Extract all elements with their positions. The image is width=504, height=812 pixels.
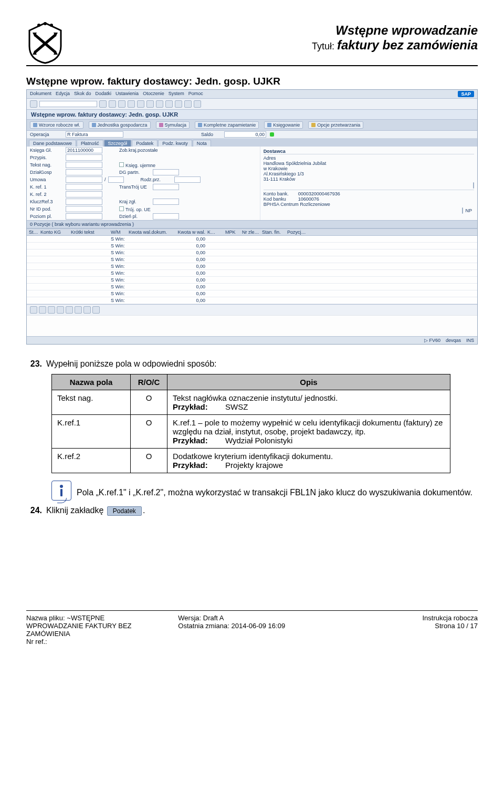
bottom-btn[interactable] bbox=[75, 306, 82, 314]
np-chip[interactable]: NP bbox=[463, 208, 474, 213]
menu-item[interactable]: Edycja bbox=[56, 91, 70, 97]
logo-crest bbox=[26, 21, 64, 64]
toolbar-btn[interactable] bbox=[30, 100, 37, 108]
toolbar-btn[interactable] bbox=[109, 100, 116, 108]
footer-doctype: Instrukcja robocza bbox=[330, 614, 478, 622]
field-input[interactable] bbox=[66, 176, 102, 183]
toolbar-input[interactable] bbox=[39, 101, 97, 107]
header-tytul-label: Tytuł: bbox=[312, 41, 334, 51]
dostawca-header: Dostawca bbox=[264, 149, 474, 154]
field-input[interactable] bbox=[66, 169, 102, 175]
field-label: DziałGosp bbox=[30, 170, 64, 175]
bottom-btn[interactable] bbox=[39, 306, 46, 314]
addr-line: Adres bbox=[264, 155, 474, 161]
bottom-btn[interactable] bbox=[66, 306, 73, 314]
cell: Dodatkowe kryterium identyfikacji dokume… bbox=[167, 449, 450, 473]
toolbar-btn[interactable] bbox=[175, 100, 182, 108]
sap-screenshot: Dokument Edycja Skok do Dodatki Ustawien… bbox=[26, 89, 478, 345]
field-label: Księga Gł. bbox=[30, 148, 64, 153]
menu-item[interactable]: Skok do bbox=[74, 91, 91, 97]
toolbar-btn[interactable] bbox=[184, 100, 192, 108]
field-input[interactable] bbox=[66, 184, 102, 190]
bottom-btn[interactable] bbox=[30, 306, 37, 314]
field-input[interactable]: 2011100000 bbox=[66, 147, 102, 153]
toolbar-btn[interactable] bbox=[128, 100, 135, 108]
toolbar-btn[interactable] bbox=[99, 100, 107, 108]
appbar-btn[interactable]: Opcje przetwarzania bbox=[308, 121, 363, 129]
bottom-btn[interactable] bbox=[83, 306, 91, 314]
cell: K.ref.2 bbox=[52, 449, 131, 473]
field-table: Nazwa pola R/O/C Opis Tekst nag. O Tekst… bbox=[51, 374, 450, 473]
toolbar-btn[interactable] bbox=[194, 100, 201, 108]
table-row[interactable]: S Win:0,00 bbox=[27, 284, 477, 290]
field-label: KluczRef.3 bbox=[30, 199, 64, 204]
tab-active[interactable]: Szczegół bbox=[104, 140, 132, 147]
step-number: 23. bbox=[26, 359, 42, 369]
tab[interactable]: Nota bbox=[193, 140, 211, 147]
tab[interactable]: Płatność bbox=[77, 140, 103, 147]
header-line1: Wstępne wprowadzanie bbox=[69, 23, 478, 38]
step-number: 24. bbox=[26, 506, 42, 516]
appbar-btn[interactable]: Księgowanie bbox=[264, 121, 303, 129]
appbar-btn[interactable]: Wzorce robocze wł. bbox=[30, 121, 83, 129]
svg-point-0 bbox=[37, 24, 40, 27]
cell: K.ref.1 – pole to możemy wypełnić w celu… bbox=[167, 415, 450, 449]
table-row[interactable]: S Win:0,00 bbox=[27, 263, 477, 270]
field-input[interactable] bbox=[66, 154, 102, 161]
table-row[interactable]: S Win:0,00 bbox=[27, 270, 477, 277]
table-row[interactable]: S Win:0,00 bbox=[27, 277, 477, 284]
bottom-btn[interactable] bbox=[48, 306, 55, 314]
menu-item[interactable]: Otoczenie bbox=[143, 91, 164, 97]
header-line2-bold: faktury bez zamówienia bbox=[337, 38, 478, 52]
tab[interactable]: Dane podstawowe bbox=[29, 140, 76, 147]
sap-logo: SAP bbox=[458, 91, 474, 97]
info-text: Pola „K.ref.1" i „K.ref.2", można wykorz… bbox=[77, 481, 472, 497]
kod-banku-label: Kod banku bbox=[264, 196, 298, 202]
cell: Tekst nag. bbox=[52, 390, 131, 415]
appbar-btn[interactable]: Kompletne zapamietanie bbox=[195, 121, 259, 129]
cell: Tekst nagłówka oznaczenie instytutu/ jed… bbox=[167, 390, 450, 415]
toolbar-btn[interactable] bbox=[165, 100, 173, 108]
cell: O bbox=[131, 449, 167, 473]
menu-item[interactable]: Dodatki bbox=[96, 91, 112, 97]
addr-line: Handlowa Spółdzielnia Jubilat bbox=[264, 161, 474, 166]
th-nazwa: Nazwa pola bbox=[52, 374, 131, 390]
address-icon[interactable] bbox=[473, 182, 474, 189]
appbar-btn[interactable]: Symulacja bbox=[156, 121, 190, 129]
table-row[interactable]: S Win:0,00 bbox=[27, 249, 477, 256]
footer-filename: Nazwa pliku: ~WSTĘPNE bbox=[26, 614, 174, 622]
toolbar-btn[interactable] bbox=[137, 100, 144, 108]
sap-left-panel: Księga Gł.2011100000Zob.kraj.pozostałePr… bbox=[27, 147, 260, 220]
menu-item[interactable]: System bbox=[169, 91, 184, 97]
field-input[interactable] bbox=[66, 213, 102, 220]
field-label: Przypis. bbox=[30, 155, 64, 160]
tab[interactable]: Podz. kwoty bbox=[158, 140, 192, 147]
field-label: Tekst nag. bbox=[30, 162, 64, 168]
bottom-btn[interactable] bbox=[92, 306, 100, 314]
field-input[interactable] bbox=[66, 199, 102, 205]
table-row[interactable]: S Win:0,00 bbox=[27, 290, 477, 297]
appbar-btn[interactable]: Jednostka gospodarcza bbox=[89, 121, 151, 129]
field-input[interactable] bbox=[66, 191, 102, 197]
sap-bottom-toolbar bbox=[27, 304, 477, 315]
cell: O bbox=[131, 415, 167, 449]
menu-item[interactable]: Pomoc bbox=[188, 91, 203, 97]
footer-ref: Nr ref.: bbox=[26, 638, 174, 646]
bank-name: BPHSA Centrum Rozliczeniowe bbox=[264, 202, 474, 207]
bottom-btn[interactable] bbox=[57, 306, 64, 314]
menu-item[interactable]: Ustawienia bbox=[116, 91, 139, 97]
toolbar-btn[interactable] bbox=[156, 100, 163, 108]
tab-podatek[interactable]: Podatek bbox=[132, 140, 158, 147]
table-row[interactable]: S Win:0,00 bbox=[27, 297, 477, 304]
table-row[interactable]: S Win:0,00 bbox=[27, 236, 477, 243]
table-row[interactable]: S Win:0,00 bbox=[27, 256, 477, 263]
table-row[interactable]: S Win:0,00 bbox=[27, 243, 477, 249]
toolbar-btn[interactable] bbox=[146, 100, 154, 108]
menu-item[interactable]: Dokument bbox=[30, 91, 51, 97]
field-input[interactable] bbox=[66, 206, 102, 212]
toolbar-btn[interactable] bbox=[118, 100, 125, 108]
operacja-value[interactable]: R Faktura bbox=[66, 131, 123, 138]
field-input[interactable] bbox=[66, 162, 102, 168]
info-block: Pola „K.ref.1" i „K.ref.2", można wykorz… bbox=[51, 481, 478, 501]
field-label: Umowa bbox=[30, 177, 64, 182]
